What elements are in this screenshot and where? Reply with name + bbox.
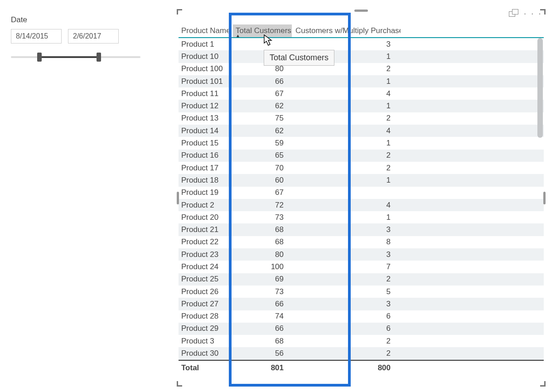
- table-row[interactable]: Product 30562: [179, 347, 544, 359]
- cell-total-customers: 70: [233, 164, 292, 173]
- cell-total-customers: 68: [233, 225, 292, 234]
- table-row[interactable]: Product 15591: [179, 137, 544, 149]
- resize-handle-bl[interactable]: [177, 381, 182, 387]
- date-inputs: 8/14/2015 2/6/2017: [11, 29, 147, 44]
- cell-product-name: Product 16: [179, 151, 233, 160]
- cell-product-name: Product 26: [179, 287, 233, 296]
- vertical-scrollbar[interactable]: [537, 38, 543, 382]
- cell-multi-purchases: 6: [292, 312, 401, 321]
- cell-product-name: Product 18: [179, 176, 233, 185]
- table-row[interactable]: Product 11674: [179, 87, 544, 100]
- focus-mode-icon[interactable]: [509, 9, 519, 18]
- cell-product-name: Product 2: [179, 201, 233, 210]
- table-row[interactable]: Product 12621: [179, 100, 544, 112]
- more-options-icon[interactable]: · · ·: [523, 11, 542, 16]
- date-slicer-label: Date: [11, 15, 147, 24]
- table-row[interactable]: Product 20731: [179, 211, 544, 223]
- col-header-product-name[interactable]: Product Name: [179, 26, 233, 35]
- date-start-input[interactable]: 8/14/2015: [11, 29, 62, 44]
- cell-product-name: Product 24: [179, 262, 233, 271]
- table-row[interactable]: Product 17702: [179, 162, 544, 174]
- cell-multi-purchases: 5: [292, 287, 401, 296]
- table-row[interactable]: Product 23803: [179, 248, 544, 261]
- cell-multi-purchases: 1: [292, 102, 401, 111]
- resize-handle-left[interactable]: [177, 192, 179, 204]
- col-header-total-customers-label: Total Customers: [236, 26, 291, 35]
- cell-product-name: Product 29: [179, 324, 233, 333]
- slider-handle-end[interactable]: [97, 53, 101, 62]
- cell-total-customers: 67: [233, 89, 292, 98]
- cell-total-customers: 60: [233, 176, 292, 185]
- date-range-slider[interactable]: [11, 52, 140, 63]
- table-row[interactable]: Product 28746: [179, 310, 544, 323]
- cell-total-customers: 80: [233, 250, 292, 259]
- table-row[interactable]: Product 21683: [179, 223, 544, 236]
- resize-handle-top[interactable]: [354, 10, 368, 12]
- table-row[interactable]: Product 18601: [179, 174, 544, 186]
- date-end-input[interactable]: 2/6/2017: [68, 29, 119, 44]
- cell-product-name: Product 20: [179, 213, 233, 222]
- cell-product-name: Product 27: [179, 300, 233, 309]
- table-row[interactable]: Product 101: [179, 50, 544, 63]
- col-header-total-customers[interactable]: Total Customers ▲: [233, 24, 292, 37]
- resize-handle-tl[interactable]: [177, 9, 182, 15]
- footer-multi: 800: [292, 363, 401, 373]
- cell-total-customers: 80: [233, 64, 292, 73]
- cell-total-customers: 75: [233, 114, 292, 123]
- cell-multi-purchases: 6: [292, 324, 401, 333]
- slider-handle-start[interactable]: [37, 53, 42, 62]
- table-row[interactable]: Product 25692: [179, 273, 544, 286]
- cell-multi-purchases: 2: [292, 64, 401, 73]
- cell-product-name: Product 10: [179, 52, 233, 61]
- cell-multi-purchases: 4: [292, 89, 401, 98]
- cell-multi-purchases: 4: [292, 201, 401, 210]
- cell-multi-purchases: 2: [292, 337, 401, 346]
- resize-handle-right[interactable]: [543, 192, 546, 204]
- cell-multi-purchases: 3: [292, 225, 401, 234]
- table-footer-row: Total 801 800: [179, 360, 544, 375]
- cell-total-customers: 73: [233, 287, 292, 296]
- table-row[interactable]: Product 13: [179, 38, 544, 50]
- cell-product-name: Product 21: [179, 225, 233, 234]
- cell-product-name: Product 12: [179, 102, 233, 111]
- header-tooltip: Total Customers: [264, 50, 334, 66]
- cell-multi-purchases: 4: [292, 126, 401, 136]
- cell-multi-purchases: 8: [292, 237, 401, 247]
- cell-multi-purchases: 1: [292, 213, 401, 222]
- scrollbar-thumb[interactable]: [537, 38, 543, 138]
- table-row[interactable]: Product 13752: [179, 112, 544, 125]
- cell-total-customers: 62: [233, 102, 292, 111]
- cell-multi-purchases: 2: [292, 164, 401, 173]
- table-row[interactable]: Product 100802: [179, 63, 544, 75]
- table-row[interactable]: Product 241007: [179, 261, 544, 273]
- table-row[interactable]: Product 16652: [179, 150, 544, 162]
- table-row[interactable]: Product 27663: [179, 298, 544, 310]
- slider-fill: [39, 56, 99, 58]
- cell-product-name: Product 19: [179, 188, 233, 197]
- cell-product-name: Product 13: [179, 114, 233, 123]
- cell-total-customers: 72: [233, 201, 292, 210]
- footer-label: Total: [179, 363, 233, 373]
- table-row[interactable]: Product 22688: [179, 236, 544, 248]
- cell-total-customers: 59: [233, 139, 292, 148]
- table-row[interactable]: Product 1967: [179, 187, 544, 199]
- cell-total-customers: 69: [233, 275, 292, 284]
- table-row[interactable]: Product 14624: [179, 125, 544, 137]
- table-row[interactable]: Product 2724: [179, 199, 544, 211]
- cell-total-customers: 66: [233, 300, 292, 309]
- col-header-multi-purchases[interactable]: Customers w/Multiply Purchases: [292, 26, 401, 35]
- cell-product-name: Product 15: [179, 139, 233, 148]
- cell-multi-purchases: 2: [292, 275, 401, 284]
- cell-multi-purchases: 7: [292, 262, 401, 271]
- table-row[interactable]: Product 101661: [179, 75, 544, 87]
- cell-total-customers: 100: [233, 262, 292, 271]
- cell-total-customers: 68: [233, 237, 292, 247]
- table-visual[interactable]: · · · Product Name Total Customers ▲ Cus…: [179, 11, 544, 385]
- cell-total-customers: 67: [233, 188, 292, 197]
- table-row[interactable]: Product 3682: [179, 335, 544, 347]
- cell-total-customers: 62: [233, 126, 292, 136]
- table-row[interactable]: Product 29666: [179, 323, 544, 335]
- cell-total-customers: 73: [233, 213, 292, 222]
- cell-product-name: Product 28: [179, 312, 233, 321]
- table-row[interactable]: Product 26735: [179, 286, 544, 298]
